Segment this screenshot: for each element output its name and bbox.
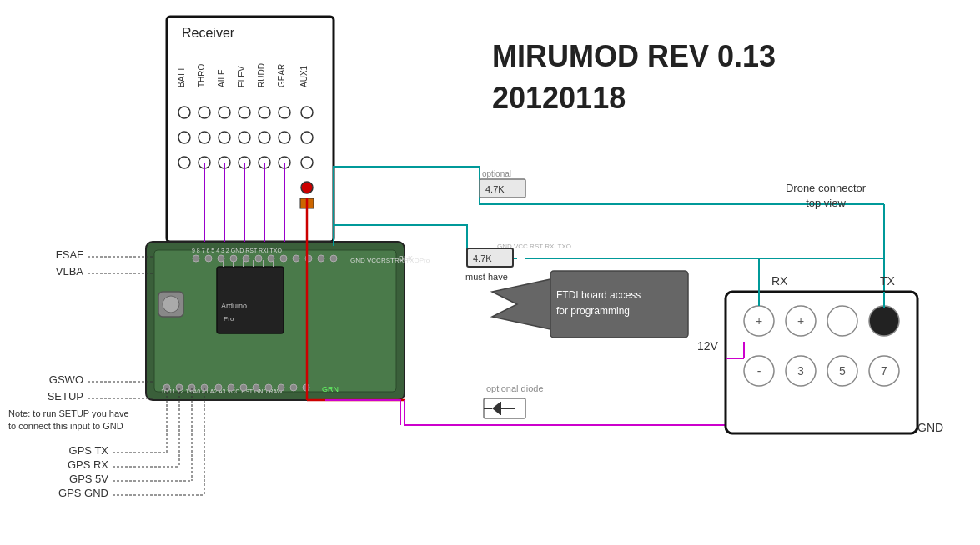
pin-label-4: 3 — [797, 364, 804, 378]
board-pin-gnd — [293, 255, 299, 262]
board-pin-vcc — [265, 384, 272, 391]
pin-aux1-bot — [301, 157, 313, 168]
vlba-label: VLBA — [56, 265, 84, 278]
ftdi-pins: GND VCC RST RXI TXO — [497, 242, 571, 250]
resistor-must-label: 4.7K — [473, 253, 492, 263]
pin-thro-top — [199, 107, 210, 118]
drone-pin-3 — [827, 306, 857, 336]
board-pin-8 — [205, 255, 212, 262]
pin-aile-mid — [219, 132, 230, 143]
pin-aux1-top — [301, 107, 313, 118]
gps-tx-label: GPS TX — [69, 444, 109, 457]
pin-rudd-mid — [259, 132, 270, 143]
board-pin-a2 — [240, 384, 247, 391]
board-pin-9 — [193, 255, 199, 262]
resistor-optional-label: 4.7K — [485, 184, 505, 194]
optional-diode-label: optional diode — [486, 383, 544, 393]
diagram: MIRUMOD REV 0.13 20120118 Receiver BATT … — [0, 0, 980, 545]
pin-batt-top — [178, 107, 190, 118]
board-pin-a0 — [215, 384, 222, 391]
note-line1: Note: to run SETUP you have — [8, 408, 129, 418]
board-pin-rst2 — [278, 384, 284, 391]
pin-label-2: + — [797, 314, 804, 328]
drone-pin-4 — [869, 306, 899, 336]
chip — [217, 267, 284, 333]
pin-label-1: + — [756, 314, 762, 328]
ch-elev: ELEV — [237, 66, 246, 88]
drone-connector-title-line1: Drone connector — [786, 182, 867, 194]
pin-aile-top — [219, 107, 230, 118]
board-pin-txo — [330, 255, 337, 262]
arduino-pro: Pro — [224, 315, 234, 322]
rx-label: RX — [771, 274, 788, 288]
pin-label-5: 5 — [839, 364, 846, 378]
gnd-drone-label: GND — [917, 421, 943, 434]
gswo-label: GSWO — [49, 373, 83, 386]
ch-rudd: RUDD — [257, 63, 266, 88]
pin-batt-bot — [178, 157, 190, 168]
ch-aile: AILE — [217, 69, 226, 88]
pin-label-6: 7 — [881, 364, 887, 378]
fsaf-label: FSAF — [56, 248, 83, 261]
subtitle: 20120118 — [492, 81, 626, 115]
pin-thro-mid — [199, 132, 210, 143]
title: MIRUMOD REV 0.13 — [492, 39, 776, 73]
board-pin-6 — [230, 255, 237, 262]
pin-label-3: - — [757, 364, 761, 378]
reset-btn-circle — [163, 296, 179, 312]
drone-connector-title-line2: top view — [806, 197, 846, 209]
optional-label: optional — [482, 169, 511, 178]
wire-magenta — [405, 358, 726, 425]
gps-5v-label: GPS 5V — [69, 472, 108, 485]
ch-batt: BATT — [177, 67, 186, 88]
ch-thro: THRO — [197, 63, 206, 88]
pin-elev-top — [239, 107, 250, 118]
board-pin-3 — [268, 255, 274, 262]
wire-magenta-diode — [325, 400, 400, 425]
grn-label: GRN — [322, 385, 339, 393]
setup-label: SETUP — [48, 390, 83, 402]
pin-gear-top — [279, 107, 290, 118]
board-pin-rxi — [318, 255, 324, 262]
pin-aux1-mid — [301, 132, 313, 143]
board-pin-a1 — [228, 384, 234, 391]
ftdi-text-line2: for programming — [556, 305, 630, 317]
ftdi-text-line1: FTDI board access — [556, 289, 641, 301]
board-pin-a3 — [253, 384, 259, 391]
board-pin-7 — [218, 255, 224, 262]
gps-gnd-label: GPS GND — [58, 487, 108, 499]
ch-gear: GEAR — [277, 64, 286, 88]
gps-rx-label: GPS RX — [68, 458, 108, 471]
arduino-text: Arduino — [221, 302, 247, 310]
pin-rudd-top — [259, 107, 270, 118]
ftdi-box — [550, 271, 688, 338]
pin-aux1-special — [301, 182, 313, 193]
board-pin-5 — [243, 255, 249, 262]
ftdi-pins2: GND VCCRSTRXITXOPro — [350, 257, 430, 264]
ftdi-connector — [492, 279, 550, 329]
board-pin-4 — [255, 255, 262, 262]
tx-label: TX — [880, 274, 896, 288]
board-pin-gnd2 — [290, 384, 297, 391]
ch-aux1: AUX1 — [299, 65, 309, 88]
board-pin-2 — [280, 255, 287, 262]
note-line2: to connect this input to GND — [8, 421, 123, 431]
pin-elev-mid — [239, 132, 250, 143]
must-have-label: must have — [465, 272, 508, 282]
board-top-pins: 9 8 7 6 5 4 3 2 GND RST RXI TXO — [192, 248, 282, 253]
pin-batt-mid — [178, 132, 190, 143]
receiver-label: Receiver — [182, 26, 235, 40]
pin-gear-mid — [279, 132, 290, 143]
12v-label: 12V — [697, 339, 719, 352]
